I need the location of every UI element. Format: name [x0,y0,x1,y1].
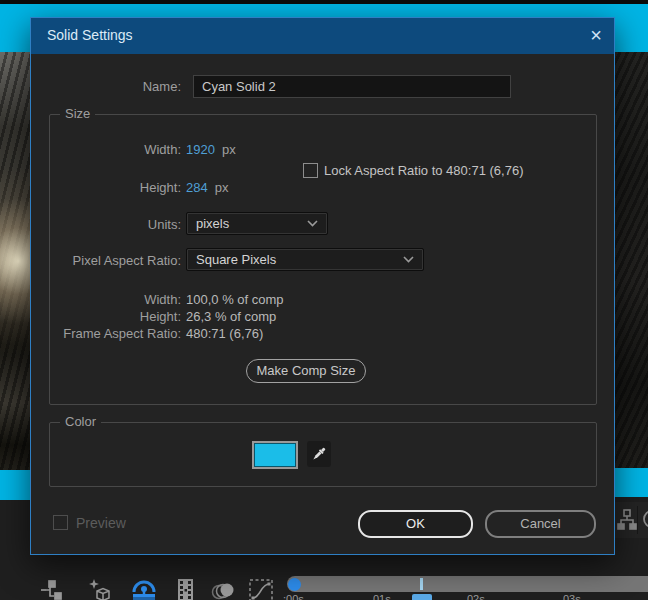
close-icon[interactable]: × [583,23,609,49]
ok-button[interactable]: OK [358,510,473,538]
motion-blur-icon[interactable] [211,578,239,600]
right-panel-toolbar [615,502,648,538]
timeline-scrollbar[interactable] [287,576,648,592]
pixel-aspect-ratio-value: Square Pixels [196,252,276,267]
name-label: Name: [143,79,181,94]
dialog-title: Solid Settings [47,27,133,43]
cyan-solid-layer-bottom-left [0,470,30,500]
width-value[interactable]: 1920px [186,142,236,157]
pixel-aspect-ratio-dropdown[interactable]: Square Pixels [186,248,424,271]
lock-aspect-checkbox[interactable] [303,163,318,178]
preview-checkbox[interactable] [53,515,68,530]
mini-flowchart-icon[interactable] [40,578,68,600]
shy-layers-icon[interactable] [131,578,159,600]
preview-label: Preview [76,515,126,531]
height-pct-label: Height: [140,309,181,324]
frame-blending-icon[interactable] [173,578,201,600]
cancel-button[interactable]: Cancel [485,510,596,538]
work-area-marker[interactable] [412,594,432,600]
units-label: Units: [148,217,181,232]
width-pct-label: Width: [144,292,181,307]
scrollbar-handle[interactable] [288,578,301,591]
current-time-indicator[interactable] [420,578,423,590]
pixel-aspect-ratio-label: Pixel Aspect Ratio: [73,253,181,268]
frame-aspect-ratio-value: 480:71 (6,76) [186,326,263,341]
chevron-down-icon [403,256,414,263]
dialog-titlebar[interactable]: Solid Settings × [31,18,614,54]
units-value: pixels [196,216,229,231]
name-value: Cyan Solid 2 [202,79,276,94]
draft-3d-icon[interactable] [87,578,115,600]
cyan-solid-layer-bottom-right [614,468,648,497]
flowchart-icon[interactable] [617,508,637,530]
composition-footage-right [614,52,648,468]
size-legend: Size [60,106,95,121]
graph-editor-icon[interactable] [248,578,276,600]
solid-settings-dialog: Solid Settings × Name: Cyan Solid 2 Size… [30,17,615,555]
color-legend: Color [60,414,101,429]
ruler-label: 01s [373,593,391,600]
ruler-label: :00s [283,593,304,600]
toolbar-separator [637,506,638,534]
width-label: Width: [144,142,181,157]
make-comp-size-button[interactable]: Make Comp Size [246,359,366,383]
composition-footage-left [0,52,30,470]
height-label: Height: [140,180,181,195]
frame-aspect-ratio-label: Frame Aspect Ratio: [63,326,181,341]
chevron-down-icon [307,220,318,227]
ruler-label: 03s [563,593,581,600]
name-input[interactable]: Cyan Solid 2 [193,75,511,98]
eyedropper-button[interactable] [307,441,331,467]
height-value[interactable]: 284px [186,180,228,195]
partial-circle-icon[interactable] [641,508,648,530]
lock-aspect-label: Lock Aspect Ratio to 480:71 (6,76) [324,163,523,178]
width-pct-value: 100,0 % of comp [186,292,284,307]
color-swatch[interactable] [252,441,298,469]
eyedropper-icon [309,444,329,464]
after-effects-app: { "window": { "title": "Solid Settings",… [0,0,648,600]
ruler-label: 02s [467,593,485,600]
height-pct-value: 26,3 % of comp [186,309,276,324]
units-dropdown[interactable]: pixels [186,212,328,235]
